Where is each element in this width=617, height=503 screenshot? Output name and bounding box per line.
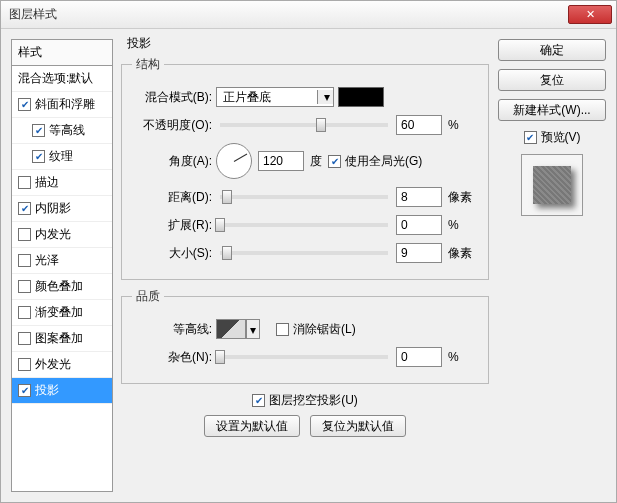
size-label: 大小(S): [132,245,216,262]
preview-thumbnail [521,154,583,216]
structure-legend: 结构 [132,56,164,73]
sidebar-item-label: 渐变叠加 [35,304,83,321]
sidebar-item-label: 斜面和浮雕 [35,96,95,113]
style-list-header: 样式 [12,40,112,66]
antialias-checkbox[interactable]: 消除锯齿(L) [276,321,356,338]
sidebar-item-label: 纹理 [49,148,73,165]
check-icon [32,150,45,163]
size-slider[interactable] [220,251,388,255]
window-title: 图层样式 [9,6,568,23]
sidebar-item-label: 光泽 [35,252,59,269]
sidebar-item-label: 投影 [35,382,59,399]
sidebar-item-1[interactable]: 斜面和浮雕 [12,92,112,118]
check-icon [18,358,31,371]
check-icon [524,131,537,144]
sidebar-item-label: 等高线 [49,122,85,139]
sidebar-item-11[interactable]: 外发光 [12,352,112,378]
angle-dial[interactable] [216,143,252,179]
opacity-unit: % [448,118,478,132]
size-input[interactable]: 9 [396,243,442,263]
global-light-checkbox[interactable]: 使用全局光(G) [328,153,422,170]
blend-mode-label: 混合模式(B): [132,89,216,106]
spread-input[interactable]: 0 [396,215,442,235]
check-icon [18,306,31,319]
panel-title: 投影 [127,35,489,52]
check-icon [276,323,289,336]
angle-unit: 度 [310,153,322,170]
layer-style-dialog: 图层样式 ✕ 样式 混合选项:默认斜面和浮雕等高线纹理描边内阴影内发光光泽颜色叠… [0,0,617,503]
sidebar-item-label: 混合选项:默认 [18,70,93,87]
sidebar-item-9[interactable]: 渐变叠加 [12,300,112,326]
check-icon [32,124,45,137]
titlebar: 图层样式 ✕ [1,1,616,29]
chevron-down-icon[interactable]: ▾ [246,319,260,339]
style-list: 样式 混合选项:默认斜面和浮雕等高线纹理描边内阴影内发光光泽颜色叠加渐变叠加图案… [11,39,113,492]
noise-input[interactable]: 0 [396,347,442,367]
sidebar-item-label: 外发光 [35,356,71,373]
contour-picker[interactable] [216,319,246,339]
sidebar-item-10[interactable]: 图案叠加 [12,326,112,352]
drop-shadow-panel: 投影 结构 混合模式(B): 正片叠底 ▾ 不透明度(O): 60 % [121,33,489,437]
spread-unit: % [448,218,478,232]
close-button[interactable]: ✕ [568,5,612,24]
new-style-button[interactable]: 新建样式(W)... [498,99,606,121]
set-default-button[interactable]: 设置为默认值 [204,415,300,437]
opacity-input[interactable]: 60 [396,115,442,135]
sidebar-item-7[interactable]: 光泽 [12,248,112,274]
distance-slider[interactable] [220,195,388,199]
sidebar-item-label: 颜色叠加 [35,278,83,295]
right-column: 确定 复位 新建样式(W)... 预览(V) [498,39,606,216]
sidebar-item-0[interactable]: 混合选项:默认 [12,66,112,92]
distance-label: 距离(D): [132,189,216,206]
knockout-checkbox[interactable]: 图层挖空投影(U) [252,392,358,409]
check-icon [18,176,31,189]
cancel-button[interactable]: 复位 [498,69,606,91]
sidebar-item-5[interactable]: 内阴影 [12,196,112,222]
sidebar-item-6[interactable]: 内发光 [12,222,112,248]
sidebar-item-4[interactable]: 描边 [12,170,112,196]
noise-unit: % [448,350,478,364]
sidebar-item-2[interactable]: 等高线 [12,118,112,144]
quality-group: 品质 等高线: ▾ 消除锯齿(L) 杂色(N): 0 % [121,288,489,384]
check-icon [18,332,31,345]
check-icon [328,155,341,168]
check-icon [18,228,31,241]
ok-button[interactable]: 确定 [498,39,606,61]
check-icon [18,202,31,215]
shadow-color-swatch[interactable] [338,87,384,107]
quality-legend: 品质 [132,288,164,305]
angle-input[interactable]: 120 [258,151,304,171]
spread-label: 扩展(R): [132,217,216,234]
noise-slider[interactable] [220,355,388,359]
noise-label: 杂色(N): [132,349,216,366]
opacity-slider[interactable] [220,123,388,127]
blend-mode-select[interactable]: 正片叠底 ▾ [216,87,334,107]
sidebar-item-label: 内发光 [35,226,71,243]
contour-label: 等高线: [132,321,216,338]
angle-label: 角度(A): [132,153,216,170]
distance-input[interactable]: 8 [396,187,442,207]
reset-default-button[interactable]: 复位为默认值 [310,415,406,437]
preview-sample [533,166,571,204]
distance-unit: 像素 [448,189,478,206]
check-icon [18,280,31,293]
check-icon [18,254,31,267]
opacity-label: 不透明度(O): [132,117,216,134]
preview-checkbox[interactable]: 预览(V) [524,129,581,146]
sidebar-item-label: 内阴影 [35,200,71,217]
sidebar-item-3[interactable]: 纹理 [12,144,112,170]
check-icon [18,98,31,111]
sidebar-item-label: 描边 [35,174,59,191]
spread-slider[interactable] [220,223,388,227]
size-unit: 像素 [448,245,478,262]
check-icon [252,394,265,407]
sidebar-item-12[interactable]: 投影 [12,378,112,404]
sidebar-item-label: 图案叠加 [35,330,83,347]
sidebar-item-8[interactable]: 颜色叠加 [12,274,112,300]
check-icon [18,384,31,397]
chevron-down-icon: ▾ [317,90,333,104]
structure-group: 结构 混合模式(B): 正片叠底 ▾ 不透明度(O): 60 % 角 [121,56,489,280]
